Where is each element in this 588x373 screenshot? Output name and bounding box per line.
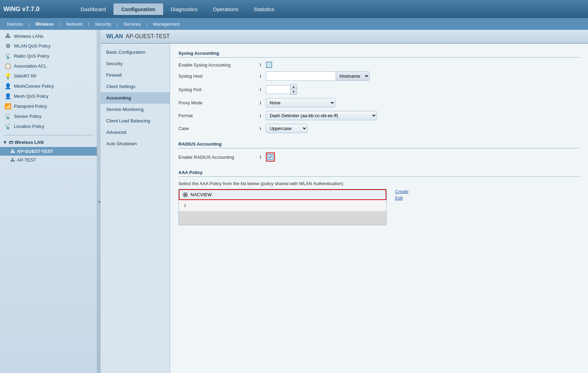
radio-qos-icon: 📡 <box>4 53 12 59</box>
config-nav: Basic Configuration Security Firewall Cl… <box>101 44 170 373</box>
main-content: 🖧 Wireless LANs ⚙ WLAN QoS Policy 📡 Radi… <box>0 30 588 373</box>
panel-header: WLAN AP-GUEST-TEST <box>101 30 588 44</box>
enable-radius-row: Enable RADIUS Accounting ℹ ✓ <box>178 153 580 162</box>
case-row: Case ℹ Uppercase Lowercase <box>178 124 580 133</box>
syslog-port-up[interactable]: ▲ <box>291 85 297 89</box>
ap-test-icon: 🖧 <box>10 157 15 163</box>
passpoint-icon: 📶 <box>4 103 12 110</box>
meshconnex-icon: 👤 <box>4 83 12 89</box>
wireless-lans-icon: 🖧 <box>4 33 12 39</box>
aaa-list-bottom <box>179 211 386 225</box>
location-icon: 📡 <box>4 123 12 130</box>
enable-syslog-row: Enable Syslog Accounting ℹ <box>178 62 580 68</box>
config-nav-service-monitoring[interactable]: Service Monitoring <box>101 104 170 115</box>
syslog-section: Syslog Accounting Enable Syslog Accounti… <box>178 51 580 133</box>
proxy-mode-info-icon[interactable]: ℹ <box>258 100 263 106</box>
syslog-host-info-icon[interactable]: ℹ <box>258 73 263 79</box>
panel-header-wlan-label: WLAN <box>106 33 123 40</box>
nav-configuration[interactable]: Configuration <box>114 3 163 15</box>
second-nav-network[interactable]: Network <box>62 20 86 28</box>
case-label: Case <box>178 126 255 131</box>
resize-handle[interactable]: ◀ <box>97 30 101 373</box>
format-row: Format ℹ Dash Delimiter (aa-bb-cc-dd-ee-… <box>178 111 580 120</box>
syslog-port-down[interactable]: ▼ <box>291 89 297 94</box>
second-nav-services[interactable]: Services <box>120 20 144 28</box>
proxy-mode-label: Proxy Mode <box>178 100 255 105</box>
format-info-icon[interactable]: ℹ <box>258 113 263 119</box>
sidebar-item-wireless-lans[interactable]: 🖧 Wireless LANs <box>0 31 97 41</box>
nav-statistics[interactable]: Statistics <box>246 3 282 15</box>
second-nav-devices[interactable]: Devices <box>3 20 26 28</box>
sidebar-sub-ap-test[interactable]: 🖧 AP-TEST <box>0 156 97 164</box>
config-nav-accounting[interactable]: Accounting <box>101 92 170 104</box>
app-title: WiNG v7.7.0 <box>3 6 59 13</box>
radius-section-title: RADIUS Accounting <box>178 141 580 148</box>
case-info-icon[interactable]: ℹ <box>258 126 263 131</box>
sidebar-group-wireless-lan[interactable]: ▼ 🗃 Wireless LAN <box>0 138 97 147</box>
enable-syslog-label: Enable Syslog Accounting <box>178 62 255 68</box>
sidebar: 🖧 Wireless LANs ⚙ WLAN QoS Policy 📡 Radi… <box>0 30 97 373</box>
case-select[interactable]: Uppercase Lowercase <box>266 124 308 133</box>
enable-syslog-checkbox[interactable] <box>266 62 272 68</box>
config-nav-security[interactable]: Security <box>101 58 170 69</box>
second-nav-wireless[interactable]: Wireless <box>32 20 57 28</box>
syslog-port-input[interactable]: 514 <box>266 85 290 94</box>
second-nav-security[interactable]: Security <box>91 20 115 28</box>
enable-syslog-info-icon[interactable]: ℹ <box>258 62 263 68</box>
nav-diagnostics[interactable]: Diagnostics <box>163 3 205 15</box>
association-acl-icon: 📋 <box>4 63 12 69</box>
panel-body: Basic Configuration Security Firewall Cl… <box>101 44 588 373</box>
nav-operations[interactable]: Operations <box>205 3 246 15</box>
sidebar-item-radio-qos[interactable]: 📡 Radio QoS Policy <box>0 51 97 61</box>
format-select[interactable]: Dash Delimiter (aa-bb-cc-dd-ee-ff) Colon… <box>266 111 377 120</box>
config-nav-client-load-balancing[interactable]: Client Load Balancing <box>101 115 170 127</box>
sidebar-item-mesh-qos[interactable]: 👤 Mesh QoS Policy <box>0 91 97 101</box>
syslog-port-spinner-btns: ▲ ▼ <box>290 84 297 95</box>
second-nav-management[interactable]: Management <box>150 20 183 28</box>
sidebar-item-meshconnex[interactable]: 👤 MeshConnex Policy <box>0 81 97 91</box>
sidebar-item-smart-rf[interactable]: 💡 SMART RF <box>0 71 97 81</box>
syslog-section-title: Syslog Accounting <box>178 51 580 58</box>
aaa-create-link[interactable]: Create <box>395 189 409 194</box>
syslog-host-input-group: Hostname IP Address <box>266 71 370 81</box>
aaa-policy-name: NACVIEW <box>191 192 212 197</box>
aaa-radio-nacview[interactable] <box>183 192 188 197</box>
config-nav-client-settings[interactable]: Client Settings <box>101 81 170 92</box>
syslog-port-label: Syslog Port <box>178 87 255 92</box>
second-nav: Devices | Wireless | Network | Security … <box>0 18 588 30</box>
sidebar-item-wlan-qos[interactable]: ⚙ WLAN QoS Policy <box>0 41 97 51</box>
right-panel: WLAN AP-GUEST-TEST Basic Configuration S… <box>101 30 588 373</box>
sidebar-item-location[interactable]: 📡 Location Policy <box>0 121 97 131</box>
enable-radius-checkbox-wrapper: ✓ <box>266 153 275 162</box>
format-label: Format <box>178 113 255 118</box>
aaa-info-icon[interactable]: ℹ <box>182 203 188 208</box>
radio-dot-inner <box>184 194 186 196</box>
syslog-host-input[interactable] <box>266 72 336 80</box>
config-nav-advanced[interactable]: Advanced <box>101 127 170 138</box>
sidebar-item-sensor[interactable]: 📡 Sensor Policy <box>0 111 97 121</box>
sidebar-item-association-acl[interactable]: 📋 Association ACL <box>0 61 97 71</box>
sidebar-item-passpoint[interactable]: 📶 Passpoint Policy <box>0 101 97 111</box>
panel-header-name: AP-GUEST-TEST <box>126 33 170 40</box>
config-nav-firewall[interactable]: Firewall <box>101 69 170 81</box>
aaa-section: AAA Policy Select the AAA Policy from th… <box>178 170 580 225</box>
aaa-list-item-nacview[interactable]: NACVIEW <box>179 189 386 200</box>
sidebar-sub-ap-guest-test[interactable]: 🖧 AP-GUEST-TEST <box>0 147 97 156</box>
aaa-edit-link[interactable]: Edit <box>395 196 409 201</box>
config-nav-auto-shutdown[interactable]: Auto Shutdown <box>101 138 170 149</box>
proxy-mode-select[interactable]: None Forward Reverse <box>266 98 335 107</box>
syslog-host-type-select[interactable]: Hostname IP Address <box>336 72 369 80</box>
enable-radius-info-icon[interactable]: ℹ <box>258 154 263 160</box>
config-content: Syslog Accounting Enable Syslog Accounti… <box>170 44 588 373</box>
nav-dashboard[interactable]: Dashboard <box>73 3 114 15</box>
aaa-policy-area: NACVIEW ℹ Create Edit <box>178 189 580 225</box>
syslog-host-label: Syslog Host <box>178 73 255 79</box>
sidebar-top-section: 🖧 Wireless LANs ⚙ WLAN QoS Policy 📡 Radi… <box>0 30 97 133</box>
sidebar-divider <box>4 135 93 136</box>
syslog-port-info-icon[interactable]: ℹ <box>258 87 263 92</box>
enable-radius-checkbox[interactable]: ✓ <box>267 154 274 160</box>
config-nav-basic[interactable]: Basic Configuration <box>101 46 170 58</box>
aaa-action-links: Create Edit <box>395 189 409 201</box>
syslog-port-spinner: 514 ▲ ▼ <box>266 84 297 95</box>
main-nav: Dashboard Configuration Diagnostics Oper… <box>73 3 282 15</box>
